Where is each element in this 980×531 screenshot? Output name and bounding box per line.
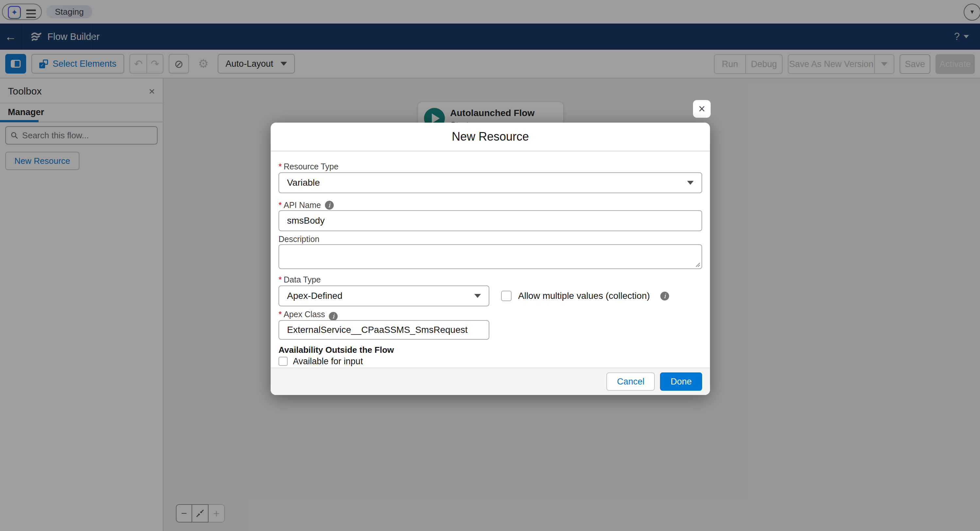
flow-builder-screen: ✦ Staging ▼ ← Flow Builder ?	[0, 0, 980, 531]
required-asterisk: *	[278, 275, 282, 284]
data-type-select[interactable]: Apex-Defined	[278, 285, 489, 306]
allow-multiple-checkbox[interactable]	[501, 291, 512, 301]
description-input[interactable]	[279, 245, 702, 268]
info-icon[interactable]: i	[329, 312, 338, 321]
select-caret-icon	[687, 181, 694, 185]
done-button[interactable]: Done	[660, 372, 702, 391]
api-name-field	[278, 210, 702, 231]
required-asterisk: *	[278, 201, 282, 210]
available-for-input-option: Available for input	[278, 356, 702, 366]
available-for-input-label: Available for input	[293, 356, 363, 367]
info-icon[interactable]: i	[325, 201, 334, 210]
apex-class-field	[278, 320, 489, 340]
select-caret-icon	[474, 294, 481, 298]
api-name-label: * API Name i	[278, 201, 702, 210]
new-resource-modal: New Resource * Resource Type Variable * …	[270, 123, 710, 395]
allow-multiple-option: Allow multiple values (collection) i	[501, 291, 669, 301]
apex-class-input[interactable]	[287, 325, 481, 335]
resource-type-value: Variable	[287, 177, 320, 188]
api-name-input[interactable]	[287, 215, 694, 226]
required-asterisk: *	[278, 309, 282, 319]
modal-body: * Resource Type Variable * API Name i De…	[270, 151, 710, 377]
required-asterisk: *	[278, 162, 282, 171]
resize-handle-icon[interactable]	[694, 261, 700, 268]
available-for-input-checkbox[interactable]	[278, 357, 288, 366]
modal-footer: Cancel Done	[270, 368, 710, 395]
cancel-button[interactable]: Cancel	[606, 372, 655, 391]
modal-header: New Resource	[270, 123, 710, 151]
resource-type-select[interactable]: Variable	[278, 172, 702, 193]
modal-close-button[interactable]: ×	[693, 100, 711, 118]
description-label: Description	[278, 234, 702, 244]
description-field	[278, 244, 702, 269]
resource-type-label: * Resource Type	[278, 162, 702, 171]
apex-class-label: * Apex Class i	[278, 309, 702, 319]
availability-heading: Availability Outside the Flow	[278, 345, 702, 355]
data-type-label: * Data Type	[278, 275, 702, 284]
allow-multiple-label: Allow multiple values (collection)	[518, 291, 650, 301]
modal-title: New Resource	[452, 130, 529, 144]
info-icon[interactable]: i	[660, 292, 669, 300]
close-icon: ×	[698, 102, 705, 116]
data-type-value: Apex-Defined	[287, 291, 342, 301]
